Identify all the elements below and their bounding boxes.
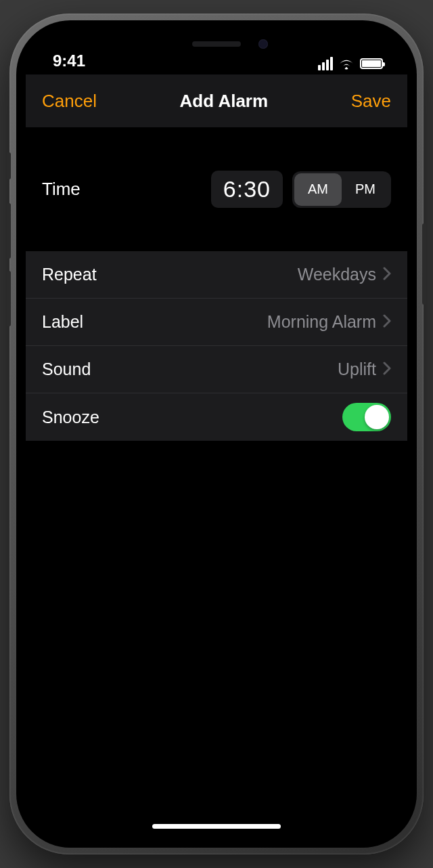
time-value-field[interactable]: 6:30 <box>211 171 283 208</box>
volume-up-button <box>7 203 11 259</box>
save-button[interactable]: Save <box>351 91 391 112</box>
am-option[interactable]: AM <box>294 173 342 206</box>
cancel-button[interactable]: Cancel <box>42 91 97 112</box>
repeat-value: Weekdays <box>298 265 376 284</box>
cellular-signal-icon <box>318 57 333 70</box>
label-row[interactable]: Label Morning Alarm <box>26 299 407 346</box>
notch <box>129 30 304 58</box>
volume-down-button <box>7 271 11 326</box>
snooze-label: Snooze <box>42 408 99 427</box>
settings-list: Repeat Weekdays Label Morning Alarm <box>26 251 407 441</box>
wifi-icon <box>338 58 355 70</box>
nav-title: Add Alarm <box>180 91 269 112</box>
snooze-toggle[interactable] <box>342 403 391 431</box>
chevron-right-icon <box>383 265 391 284</box>
front-camera <box>258 39 268 49</box>
screen: 9:41 Cancel Add Alarm Save Time <box>26 30 407 838</box>
chevron-right-icon <box>383 360 391 379</box>
chevron-right-icon <box>383 312 391 332</box>
time-label: Time <box>42 179 81 200</box>
label-value: Morning Alarm <box>267 312 376 332</box>
mute-switch <box>7 152 11 179</box>
time-section: Time 6:30 AM PM <box>26 127 407 251</box>
repeat-row[interactable]: Repeat Weekdays <box>26 251 407 299</box>
battery-icon <box>360 58 383 69</box>
pm-option[interactable]: PM <box>342 173 389 206</box>
ampm-segmented-control[interactable]: AM PM <box>292 171 391 208</box>
sound-label: Sound <box>42 360 91 379</box>
status-time: 9:41 <box>53 51 85 70</box>
power-button <box>422 223 426 305</box>
sound-row[interactable]: Sound Uplift <box>26 346 407 393</box>
snooze-row: Snooze <box>26 393 407 441</box>
repeat-label: Repeat <box>42 265 97 284</box>
phone-frame: 9:41 Cancel Add Alarm Save Time <box>9 14 424 854</box>
label-label: Label <box>42 312 83 332</box>
sound-value: Uplift <box>338 360 376 379</box>
speaker-grille <box>192 41 241 47</box>
home-indicator[interactable] <box>152 824 281 829</box>
nav-bar: Cancel Add Alarm Save <box>26 74 407 127</box>
